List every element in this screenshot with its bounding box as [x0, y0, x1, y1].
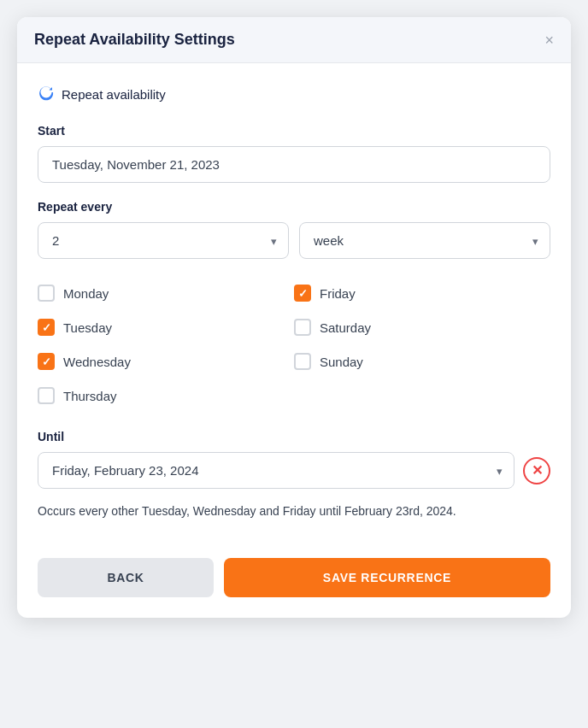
day-label-wednesday: Wednesday: [63, 355, 131, 369]
save-recurrence-button[interactable]: SAVE RECURRENCE: [224, 558, 550, 597]
start-date-input[interactable]: [38, 146, 550, 183]
close-button[interactable]: ×: [544, 32, 554, 48]
repeat-availability-modal: Repeat Availability Settings × Repeat av…: [17, 17, 571, 618]
day-label-thursday: Thursday: [63, 389, 117, 403]
repeat-every-label: Repeat every: [38, 200, 550, 214]
checkbox-wednesday[interactable]: [38, 353, 55, 370]
until-date-select[interactable]: Friday, February 23, 2024: [38, 452, 514, 489]
day-label-tuesday: Tuesday: [63, 320, 112, 335]
day-item-monday: Monday: [38, 276, 294, 310]
day-label-sunday: Sunday: [320, 355, 363, 369]
checkbox-thursday[interactable]: [38, 387, 55, 404]
repeat-every-section: Repeat every 1 2 3 4 ▾ day week month: [38, 200, 550, 259]
back-button[interactable]: BACK: [38, 558, 214, 597]
day-item-sunday: Sunday: [294, 344, 550, 379]
day-item-tuesday: Tuesday: [38, 310, 294, 344]
checkbox-sunday[interactable]: [294, 353, 311, 370]
repeat-period-select[interactable]: day week month: [299, 222, 550, 259]
modal-title: Repeat Availability Settings: [34, 31, 235, 49]
day-label-monday: Monday: [63, 286, 109, 301]
clear-until-button[interactable]: ✕: [523, 457, 550, 484]
repeat-number-select[interactable]: 1 2 3 4: [38, 222, 289, 259]
day-item-thursday: Thursday: [38, 379, 294, 413]
day-item-wednesday: Wednesday: [38, 344, 294, 379]
until-input-row: Friday, February 23, 2024 ▾ ✕: [38, 452, 550, 489]
checkbox-tuesday[interactable]: [38, 319, 55, 336]
checkbox-saturday[interactable]: [294, 319, 311, 336]
modal-header: Repeat Availability Settings ×: [17, 17, 571, 63]
repeat-icon: [38, 84, 55, 105]
modal-body: Repeat availability Start Repeat every 1…: [17, 63, 571, 558]
modal-footer: BACK SAVE RECURRENCE: [17, 558, 571, 618]
repeat-every-row: 1 2 3 4 ▾ day week month ▾: [38, 222, 550, 259]
checkbox-friday[interactable]: [294, 285, 311, 302]
repeat-availability-row: Repeat availability: [38, 84, 550, 105]
repeat-period-wrapper: day week month ▾: [299, 222, 550, 259]
day-item-saturday: Saturday: [294, 310, 550, 344]
day-item-friday: Friday: [294, 276, 550, 310]
day-label-saturday: Saturday: [320, 320, 371, 335]
repeat-availability-label: Repeat availability: [62, 87, 166, 102]
days-grid: Monday Friday Tuesday Saturday Wednesday: [38, 276, 550, 413]
checkbox-monday[interactable]: [38, 285, 55, 302]
occurrence-text: Occurs every other Tuesday, Wednesday an…: [38, 502, 550, 520]
day-label-friday: Friday: [320, 286, 356, 301]
until-section: Until Friday, February 23, 2024 ▾ ✕: [38, 430, 550, 489]
repeat-number-wrapper: 1 2 3 4 ▾: [38, 222, 289, 259]
until-label: Until: [38, 430, 550, 443]
start-label: Start: [38, 124, 550, 138]
until-date-wrapper: Friday, February 23, 2024 ▾: [38, 452, 514, 489]
